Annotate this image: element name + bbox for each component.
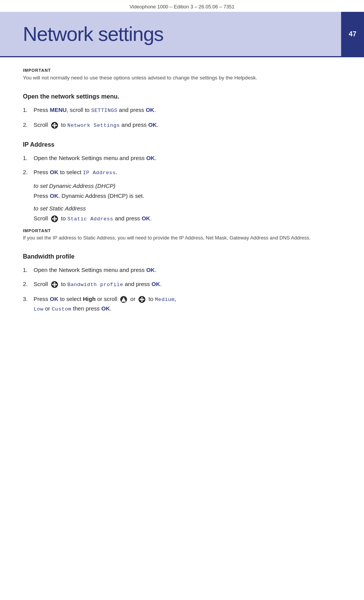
ip-address-menu-text: IP Address	[83, 170, 116, 176]
page-number: 47	[341, 12, 364, 56]
custom-menu-text: Custom	[52, 306, 72, 312]
scroll-icon-3	[50, 280, 59, 289]
high-text: High	[83, 296, 95, 302]
header-text: Videophone 1000 – Edition 3 – 26.05.06 –…	[129, 4, 234, 10]
up-icon-bw	[119, 295, 128, 304]
scroll-icon-4	[138, 295, 146, 304]
ok-keyword-bw1: OK	[146, 267, 155, 273]
italic-note-dhcp: to set Dynamic Address (DHCP)	[34, 183, 341, 189]
ok-keyword-2: OK	[148, 121, 157, 128]
open-step-2: Scroll to Network Settings and press OK.	[23, 120, 341, 130]
bandwidth-step-1-content: Open the Network Settings menu and press…	[34, 265, 341, 274]
page-title: Network settings	[23, 23, 326, 45]
main-content: IMPORTANT You will not normally need to …	[0, 57, 364, 334]
ok-keyword-bw3a: OK	[50, 296, 59, 302]
ip-steps-list: Open the Network Settings menu and press…	[23, 154, 341, 177]
ip-step-1: Open the Network Settings menu and press…	[23, 154, 341, 162]
bandwidth-step-1: Open the Network Settings menu and press…	[23, 265, 341, 274]
important-block-top: IMPORTANT You will not normally need to …	[23, 68, 341, 82]
static-para: Scroll to Static Address and press OK.	[34, 214, 341, 223]
section-heading-open: Open the network settings menu.	[23, 93, 341, 100]
title-section: Network settings 47	[0, 12, 364, 56]
section-heading-ip: IP Address	[23, 141, 341, 148]
svg-point-8	[141, 299, 143, 301]
ok-keyword-1: OK	[146, 107, 155, 113]
svg-point-5	[53, 284, 55, 286]
dhcp-para: Press OK. Dynamic Address (DHCP) is set.	[34, 191, 341, 200]
ok-keyword-ip1: OK	[146, 155, 155, 161]
important-label-top: IMPORTANT	[23, 68, 341, 73]
low-menu-text: Low	[34, 306, 43, 312]
important-label-ip: IMPORTANT	[23, 228, 341, 233]
open-step-1-content: Press MENU, scroll to SETTINGS and press…	[34, 105, 341, 115]
ok-keyword-ip2: OK	[50, 169, 59, 175]
ip-step-2-content: Press OK to select IP Address.	[34, 168, 341, 177]
document-header: Videophone 1000 – Edition 3 – 26.05.06 –…	[0, 0, 364, 12]
important-text-top: You will not normally need to use these …	[23, 74, 341, 82]
important-block-ip: IMPORTANT If you set the IP address to S…	[23, 228, 341, 242]
ip-step-1-content: Open the Network Settings menu and press…	[34, 154, 341, 162]
network-settings-menu-text: Network Settings	[68, 123, 120, 128]
bandwidth-step-2: Scroll to Bandwidth profile and press OK…	[23, 280, 341, 289]
bandwidth-step-3: Press OK to select High or scroll or to …	[23, 294, 341, 314]
bandwidth-step-2-content: Scroll to Bandwidth profile and press OK…	[34, 280, 341, 289]
bandwidth-profile-menu-text: Bandwidth profile	[68, 282, 123, 288]
bandwidth-step-3-content: Press OK to select High or scroll or to …	[34, 294, 341, 314]
static-address-menu-text: Static Address	[68, 216, 113, 222]
ip-step-2: Press OK to select IP Address.	[23, 168, 341, 177]
open-steps-list: Press MENU, scroll to SETTINGS and press…	[23, 105, 341, 130]
italic-note-static: to set Static Address	[34, 205, 341, 212]
settings-menu-text: SETTINGS	[91, 108, 118, 113]
ok-keyword-bw2: OK	[151, 281, 160, 287]
bandwidth-steps-list: Open the Network Settings menu and press…	[23, 265, 341, 314]
open-step-2-content: Scroll to Network Settings and press OK.	[34, 120, 341, 130]
scroll-icon-1	[50, 121, 59, 129]
svg-point-1	[53, 125, 55, 126]
medium-menu-text: Medium	[155, 297, 175, 302]
ok-keyword-static: OK	[142, 215, 150, 222]
ok-keyword-dhcp: OK	[50, 192, 59, 199]
open-step-1: Press MENU, scroll to SETTINGS and press…	[23, 105, 341, 115]
title-background: Network settings	[0, 12, 341, 56]
menu-keyword: MENU	[50, 107, 67, 113]
important-text-ip: If you set the IP address to Static Addr…	[23, 234, 341, 242]
scroll-icon-2	[50, 215, 59, 223]
ok-keyword-bw3b: OK	[101, 305, 110, 312]
section-heading-bandwidth: Bandwidth profile	[23, 253, 341, 260]
svg-point-3	[53, 218, 55, 220]
